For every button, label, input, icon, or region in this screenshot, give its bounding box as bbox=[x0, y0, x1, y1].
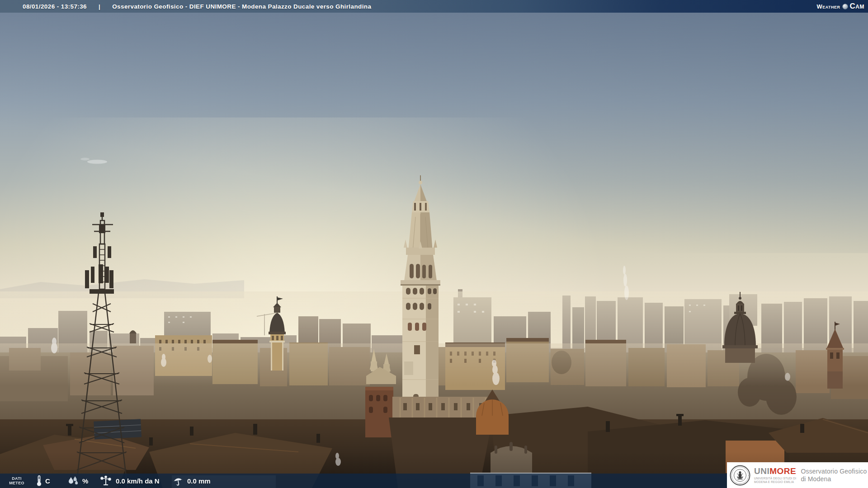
camera-title: Osservatorio Geofisico - DIEF UNIMORE - … bbox=[112, 3, 371, 10]
unimore-word-gray: UNI bbox=[754, 466, 769, 476]
unimore-seal-icon bbox=[729, 465, 751, 486]
rain-item: 0.0 mm bbox=[173, 474, 211, 488]
weathercam-logo: Weather Cam bbox=[816, 2, 864, 11]
webcam-page: 08/01/2026 - 13:57:36 | Osservatorio Geo… bbox=[0, 0, 868, 488]
timestamp: 08/01/2026 - 13:57:36 bbox=[23, 3, 87, 10]
globe-icon bbox=[842, 4, 848, 9]
unimore-word-red: MORE bbox=[769, 466, 796, 476]
temperature-unit: C bbox=[45, 477, 50, 485]
university-line1: UNIVERSITÀ DEGLI STUDI DI bbox=[754, 477, 796, 480]
observatory-line2: di Modena bbox=[801, 475, 867, 483]
meteo-label: DATI METEO bbox=[6, 474, 27, 488]
unimore-logo-box: UNIMORE UNIVERSITÀ DEGLI STUDI DI MODENA… bbox=[727, 462, 868, 488]
unimore-wordmark: UNIMORE UNIVERSITÀ DEGLI STUDI DI MODENA… bbox=[754, 467, 796, 483]
weathercam-word2: Cam bbox=[850, 2, 864, 11]
rain-value: 0.0 mm bbox=[187, 477, 211, 485]
weathercam-word1: Weather bbox=[816, 3, 840, 10]
header-bar: 08/01/2026 - 13:57:36 | Osservatorio Geo… bbox=[0, 0, 868, 13]
thermometer-icon bbox=[36, 475, 42, 487]
anemometer-icon bbox=[99, 475, 112, 486]
observatory-line1: Osservatorio Geofisico bbox=[801, 468, 867, 475]
small-cupola bbox=[129, 330, 137, 343]
university-line2: MODENA E REGGIO EMILIA bbox=[754, 480, 796, 484]
umbrella-icon bbox=[173, 476, 184, 486]
observatory-name: Osservatorio Geofisico di Modena bbox=[801, 468, 867, 483]
meteo-label-line2: METEO bbox=[9, 481, 24, 485]
temperature-item: C bbox=[36, 474, 50, 488]
wind-value: 0.0 km/h da N bbox=[116, 477, 160, 485]
wind-item: 0.0 km/h da N bbox=[99, 474, 160, 488]
humidity-unit: % bbox=[82, 477, 88, 485]
water-drops-icon bbox=[67, 476, 79, 486]
separator: | bbox=[99, 3, 100, 10]
meteo-label-line1: DATI bbox=[12, 476, 22, 481]
webcam-photo bbox=[0, 0, 868, 488]
humidity-item: % bbox=[67, 474, 88, 488]
